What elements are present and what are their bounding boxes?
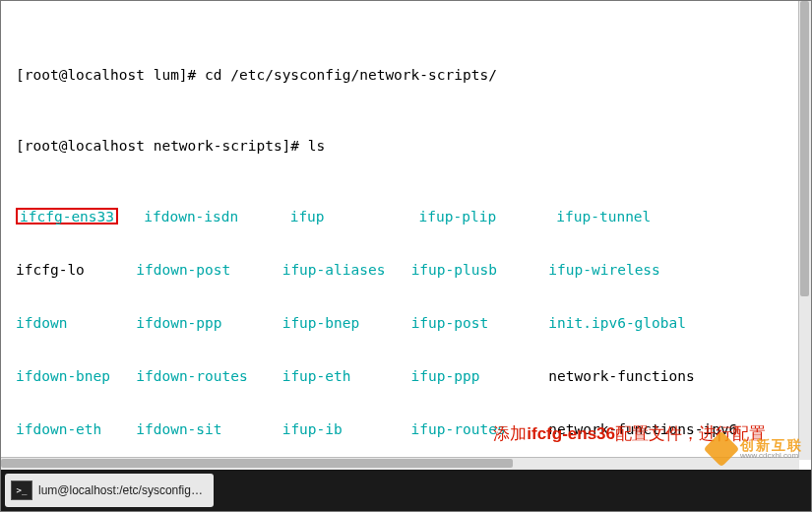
vertical-scroll-thumb[interactable]	[800, 1, 809, 296]
watermark-logo-icon	[704, 431, 740, 468]
app-window: [root@localhost lum]# cd /etc/sysconfig/…	[0, 0, 812, 512]
file-ifcfg-ens33-highlight: ifcfg-ens33	[16, 208, 118, 224]
ls-row: ifdown ifdown-ppp ifup-bnep ifup-post in…	[16, 314, 799, 332]
watermark-title: 创新互联	[740, 438, 803, 452]
taskbar-item-label: lum@localhost:/etc/sysconfig/netw…	[38, 483, 206, 497]
watermark-url: www.cdcxhl.com	[740, 452, 803, 460]
terminal-icon: >_	[11, 480, 32, 500]
titlebar-fragment	[1, 1, 799, 9]
horizontal-scroll-thumb[interactable]	[1, 459, 513, 468]
vertical-scrollbar[interactable]	[798, 1, 811, 460]
ls-row: ifcfg-lo ifdown-post ifup-aliases ifup-p…	[16, 261, 799, 279]
watermark: 创新互联 www.cdcxhl.com	[709, 436, 803, 462]
taskbar: >_ lum@localhost:/etc/sysconfig/netw…	[1, 470, 811, 511]
horizontal-scrollbar[interactable]	[1, 457, 799, 470]
prompt-line: [root@localhost lum]# cd /etc/sysconfig/…	[16, 66, 799, 84]
prompt-line: [root@localhost network-scripts]# ls	[16, 137, 799, 155]
ls-row: ifcfg-ens33 ifdown-isdn ifup ifup-plip i…	[16, 208, 799, 225]
taskbar-item-terminal[interactable]: >_ lum@localhost:/etc/sysconfig/netw…	[5, 474, 214, 507]
ls-row: ifdown-bnep ifdown-routes ifup-eth ifup-…	[16, 367, 799, 385]
